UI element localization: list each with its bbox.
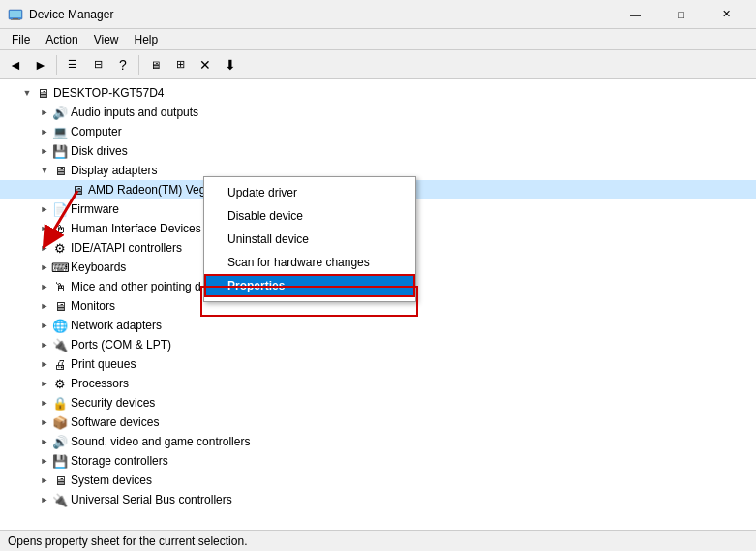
sound-label: Sound, video and game controllers [71,435,250,448]
toolbar-help[interactable]: ? [111,53,135,77]
mice-label: Mice and other pointing d [71,280,201,293]
title-bar: Device Manager — □ ✕ [0,0,756,29]
storage-label: Storage controllers [71,454,168,468]
svg-rect-2 [13,18,18,19]
toolbar-separator-1 [56,55,57,75]
context-disable-device[interactable]: Disable device [204,204,415,228]
context-uninstall-device[interactable]: Uninstall device [204,228,415,251]
monitors-toggle[interactable]: ► [37,298,52,314]
tree-item-usb[interactable]: ► 🔌 Universal Serial Bus controllers [0,490,756,509]
tree-item-processors[interactable]: ► ⚙ Processors [0,374,756,393]
title-bar-left: Device Manager [8,7,113,22]
ide-toggle[interactable]: ► [37,240,52,256]
root-label: DESKTOP-KGT57D4 [53,86,164,100]
ports-toggle[interactable]: ► [37,337,52,352]
disk-toggle[interactable]: ► [37,143,52,159]
computer-toggle[interactable]: ► [37,124,52,139]
software-toggle[interactable]: ► [37,414,52,430]
toolbar-scan[interactable]: ⬇ [219,53,242,77]
hid-toggle[interactable]: ► [37,221,52,236]
tree-item-print[interactable]: ► 🖨 Print queues [0,354,756,374]
menu-help[interactable]: Help [127,31,166,48]
tree-item-security[interactable]: ► 🔒 Security devices [0,393,756,413]
ports-icon: 🔌 [52,337,68,352]
print-toggle[interactable]: ► [37,356,52,372]
title-controls: — □ ✕ [614,0,748,29]
keyboard-label: Keyboards [71,260,126,274]
root-toggle[interactable]: ▼ [19,85,35,101]
minimize-button[interactable]: — [614,0,657,29]
tree-item-computer[interactable]: ► 💻 Computer [0,122,756,141]
toolbar-computer[interactable]: 🖥 [143,53,166,77]
status-text: Opens property sheet for the current sel… [8,535,247,548]
security-toggle[interactable]: ► [37,395,52,411]
amd-label: AMD Radeon(TM) Vega [88,183,212,197]
security-icon: 🔒 [52,395,68,411]
system-toggle[interactable]: ► [37,473,52,488]
hid-icon: 🖱 [52,221,68,236]
amd-toggle [54,182,70,198]
toolbar-add[interactable]: ⊞ [168,53,192,77]
toolbar-uninstall[interactable]: ⊟ [86,53,109,77]
toolbar-properties[interactable]: ☰ [61,53,84,77]
menu-bar: File Action View Help [0,29,756,50]
tree-item-ports[interactable]: ► 🔌 Ports (COM & LPT) [0,335,756,354]
tree-root[interactable]: ▼ 🖥 DESKTOP-KGT57D4 [0,83,756,103]
toolbar: ◄ ► ☰ ⊟ ? 🖥 ⊞ ✕ ⬇ [0,50,756,79]
tree-item-storage[interactable]: ► 💾 Storage controllers [0,451,756,471]
processors-toggle[interactable]: ► [37,376,52,391]
tree-item-software[interactable]: ► 📦 Software devices [0,413,756,432]
hid-label: Human Interface Devices [71,222,201,235]
mice-toggle[interactable]: ► [37,279,52,294]
processors-label: Processors [71,377,129,390]
toolbar-forward[interactable]: ► [29,53,52,77]
computer-label: Computer [71,125,122,138]
keyboard-icon: ⌨ [52,260,68,275]
monitors-icon: 🖥 [52,298,68,314]
audio-icon: 🔊 [52,105,68,120]
ports-label: Ports (COM & LPT) [71,338,171,352]
tree-item-audio[interactable]: ► 🔊 Audio inputs and outputs [0,103,756,122]
firmware-toggle[interactable]: ► [37,201,52,217]
software-label: Software devices [71,415,159,429]
network-toggle[interactable]: ► [37,318,52,333]
status-bar: Opens property sheet for the current sel… [0,530,756,551]
disk-label: Disk drives [71,144,128,158]
audio-toggle[interactable]: ► [37,105,52,120]
tree-item-disk[interactable]: ► 💾 Disk drives [0,141,756,161]
print-label: Print queues [71,357,136,371]
usb-label: Universal Serial Bus controllers [71,493,232,506]
display-icon: 🖥 [52,163,68,178]
maximize-button[interactable]: □ [659,0,703,29]
ide-label: IDE/ATAPI controllers [71,241,182,255]
toolbar-back[interactable]: ◄ [4,53,27,77]
network-icon: 🌐 [52,318,68,333]
tree-item-system[interactable]: ► 🖥 System devices [0,471,756,490]
menu-file[interactable]: File [4,31,38,48]
tree-item-network[interactable]: ► 🌐 Network adapters [0,316,756,335]
sound-toggle[interactable]: ► [37,434,52,449]
menu-view[interactable]: View [86,31,127,48]
firmware-icon: 📄 [52,201,68,217]
toolbar-remove[interactable]: ✕ [194,53,217,77]
device-tree[interactable]: ▼ 🖥 DESKTOP-KGT57D4 ► 🔊 Audio inputs and… [0,79,756,530]
close-button[interactable]: ✕ [705,0,748,29]
context-properties[interactable]: Properties [204,274,415,297]
storage-toggle[interactable]: ► [37,453,52,469]
display-toggle[interactable]: ▼ [37,163,52,178]
firmware-label: Firmware [71,202,119,216]
computer-icon: 💻 [52,124,68,139]
print-icon: 🖨 [52,356,68,372]
network-label: Network adapters [71,319,162,332]
svg-rect-1 [10,11,21,17]
svg-rect-3 [11,19,20,20]
context-update-driver[interactable]: Update driver [204,181,415,204]
usb-toggle[interactable]: ► [37,492,52,507]
processors-icon: ⚙ [52,376,68,391]
amd-icon: 🖥 [70,182,85,198]
root-icon: 🖥 [35,85,50,101]
tree-item-sound[interactable]: ► 🔊 Sound, video and game controllers [0,432,756,451]
toolbar-separator-2 [138,55,139,75]
context-scan-hardware[interactable]: Scan for hardware changes [204,251,415,274]
menu-action[interactable]: Action [38,31,85,48]
